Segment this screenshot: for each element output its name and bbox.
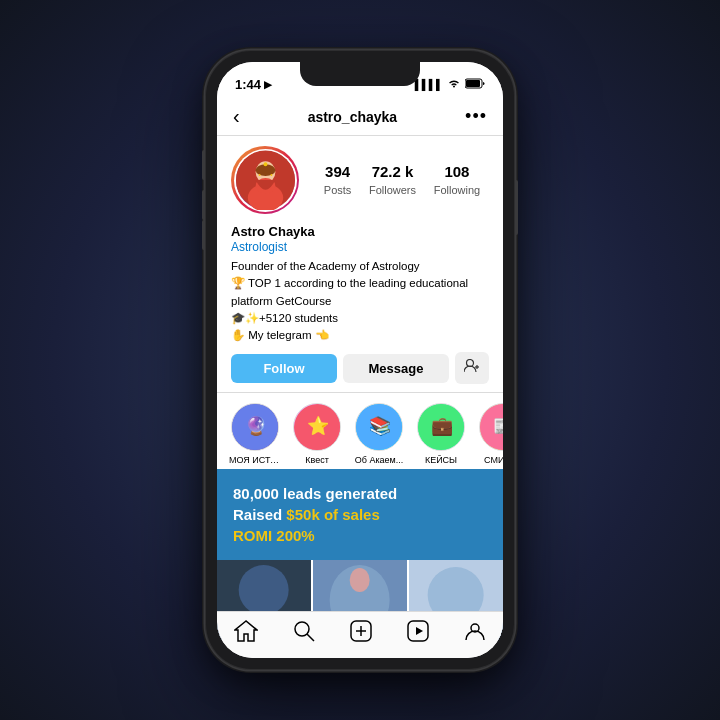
highlight-circle-2: ⭐ xyxy=(293,403,341,451)
profile-section: 394 Posts 72.2 k Followers 108 Following xyxy=(217,136,503,392)
followers-label: Followers xyxy=(369,184,416,196)
add-person-icon xyxy=(464,359,480,377)
svg-point-9 xyxy=(270,174,272,176)
home-button[interactable] xyxy=(234,620,258,648)
location-icon: ▶ xyxy=(264,79,272,90)
svg-text:💼: 💼 xyxy=(431,415,454,437)
scene: 1:44 ▶ ▌▌▌▌ ‹ astro_chayka ••• xyxy=(0,0,720,720)
promo-line1: 80,000 leads generated xyxy=(233,485,487,502)
svg-point-33 xyxy=(295,622,309,636)
message-button[interactable]: Message xyxy=(343,354,449,383)
svg-rect-1 xyxy=(466,80,480,87)
highlight-3[interactable]: 📚 Об Акаем... xyxy=(353,403,405,465)
highlight-label-2: Квест xyxy=(305,455,329,465)
action-row: Follow Message xyxy=(231,352,489,384)
svg-line-34 xyxy=(307,634,314,641)
profile-category: Astrologist xyxy=(231,240,489,254)
promo-line2: Raised $50k of sales xyxy=(233,506,487,523)
highlight-2[interactable]: ⭐ Квест xyxy=(291,403,343,465)
highlight-circle-1: 🔮 xyxy=(231,403,279,451)
highlight-label-3: Об Акаем... xyxy=(355,455,404,465)
highlight-label-4: КЕЙСЫ xyxy=(425,455,457,465)
nav-bar: ‹ astro_chayka ••• xyxy=(217,98,503,136)
svg-point-8 xyxy=(258,174,260,176)
svg-text:🔮: 🔮 xyxy=(245,415,268,437)
highlight-label-1: МОЯ ИСТО... xyxy=(229,455,281,465)
stats-row: 394 Posts 72.2 k Followers 108 Following xyxy=(315,163,489,198)
posts-count: 394 xyxy=(324,163,352,180)
profile-username: astro_chayka xyxy=(308,109,398,125)
screen: 1:44 ▶ ▌▌▌▌ ‹ astro_chayka ••• xyxy=(217,62,503,658)
follow-button[interactable]: Follow xyxy=(231,354,337,383)
avatar-inner xyxy=(234,149,297,212)
highlight-circle-4: 💼 xyxy=(417,403,465,451)
following-label: Following xyxy=(434,184,480,196)
status-icons: ▌▌▌▌ xyxy=(415,78,485,91)
profile-name: Astro Chayka xyxy=(231,224,489,239)
phone-shell: 1:44 ▶ ▌▌▌▌ ‹ astro_chayka ••• xyxy=(205,50,515,670)
posts-stat: 394 Posts xyxy=(324,163,352,198)
followers-count: 72.2 k xyxy=(369,163,416,180)
svg-text:📚: 📚 xyxy=(369,415,392,437)
highlight-1[interactable]: 🔮 МОЯ ИСТО... xyxy=(229,403,281,465)
highlight-circle-5: 📰 xyxy=(479,403,503,451)
search-button[interactable] xyxy=(293,620,315,648)
promo-line3: ROMI 200% xyxy=(233,527,487,544)
svg-point-7 xyxy=(263,162,267,166)
avatar xyxy=(236,151,295,210)
battery-icon xyxy=(465,78,485,91)
highlight-4[interactable]: 💼 КЕЙСЫ xyxy=(415,403,467,465)
promo-line2-prefix: Raised xyxy=(233,506,286,523)
bottom-nav xyxy=(217,611,503,658)
reels-button[interactable] xyxy=(407,620,429,648)
add-post-button[interactable] xyxy=(350,620,372,648)
notch xyxy=(300,62,420,86)
svg-text:⭐: ⭐ xyxy=(307,415,330,437)
profile-button[interactable] xyxy=(464,620,486,648)
add-friend-button[interactable] xyxy=(455,352,489,384)
posts-label: Posts xyxy=(324,184,352,196)
profile-bio: Founder of the Academy of Astrology 🏆 TO… xyxy=(231,258,489,344)
highlight-circle-3: 📚 xyxy=(355,403,403,451)
wifi-icon xyxy=(447,78,461,91)
promo-banner: 80,000 leads generated Raised $50k of sa… xyxy=(217,469,503,560)
svg-marker-39 xyxy=(416,627,423,635)
highlights-row: 🔮 МОЯ ИСТО... ⭐ Квест 📚 Об Акаем... xyxy=(217,393,503,469)
highlight-label-5: СМИ обо xyxy=(484,455,503,465)
highlight-5[interactable]: 📰 СМИ обо xyxy=(477,403,503,465)
svg-point-24 xyxy=(239,565,289,615)
svg-text:📰: 📰 xyxy=(493,415,503,437)
status-time: 1:44 ▶ xyxy=(235,77,272,92)
following-stat: 108 Following xyxy=(434,163,480,198)
avatar-wrap xyxy=(231,146,299,214)
time-label: 1:44 xyxy=(235,77,261,92)
promo-line2-highlight: $50k of sales xyxy=(286,506,379,523)
back-button[interactable]: ‹ xyxy=(233,105,240,128)
more-options-button[interactable]: ••• xyxy=(465,106,487,127)
signal-icon: ▌▌▌▌ xyxy=(415,79,443,90)
followers-stat: 72.2 k Followers xyxy=(369,163,416,198)
svg-point-29 xyxy=(349,568,369,592)
following-count: 108 xyxy=(434,163,480,180)
profile-top: 394 Posts 72.2 k Followers 108 Following xyxy=(231,146,489,214)
